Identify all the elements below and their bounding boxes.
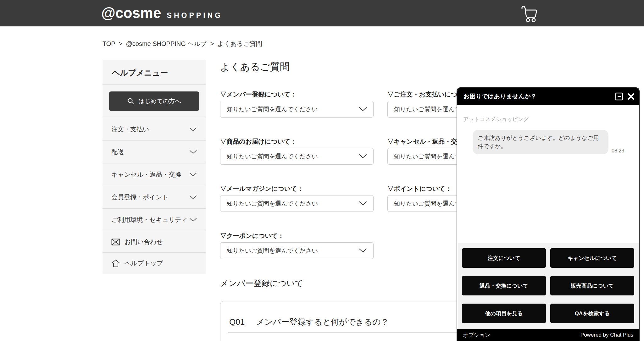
minimize-icon[interactable] [615,92,623,101]
faq-column-left: ▽メンバー登録について： 知りたいご質問を選んでください ▽商品のお届けについて… [220,90,374,279]
faq-group-mailmagazine: ▽メールマガジンについて： 知りたいご質問を選んでください [220,184,374,212]
chevron-down-icon [189,173,197,177]
faq-group-coupon: ▽クーポンについて： 知りたいご質問を選んでください [220,232,374,259]
chevron-down-icon [359,154,367,159]
chat-widget: お困りではありませんか？ アットコスメショッピング ご来訪ありがとうございます。… [457,87,640,341]
sidebar-item-order-payment[interactable]: 注文・支払い [103,118,206,141]
chat-button-return-exchange[interactable]: 返品・交換について [462,276,546,295]
search-icon [127,97,135,105]
faq-category-label: ▽商品のお届けについて： [220,137,374,146]
sidebar-item-label: ご利用環境・セキュリティ [111,216,188,224]
home-icon [111,259,120,267]
chat-header: お困りではありませんか？ [457,88,639,105]
chat-button-search-qa[interactable]: QAを検索する [550,304,634,323]
close-icon[interactable] [627,92,635,101]
sidebar-item-label: 会員登録・ポイント [111,193,169,201]
first-time-button-label: はじめての方へ [138,97,181,105]
site-logo[interactable]: @cosme SHOPPING [101,0,223,26]
first-time-button[interactable]: はじめての方へ [109,91,199,111]
logo-main-text: @cosme [101,6,161,20]
breadcrumb-current: よくあるご質問 [217,40,262,48]
chat-message-area: アットコスメショッピング ご来訪ありがとうございます。どのようなご用件ですか。 … [457,105,639,243]
logo-sub-text: SHOPPING [167,12,223,19]
faq-category-label: ▽メールマガジンについて： [220,184,374,193]
faq-select-value: 知りたいご質問を選んでください [227,200,318,208]
page: @cosme SHOPPING TOP > @cosme SHOPPING ヘル… [0,0,644,341]
sidebar-button-wrap: はじめての方へ [103,85,206,118]
chat-message-row: ご来訪ありがとうございます。どのようなご用件ですか。 08:23 [473,130,633,154]
breadcrumb-separator: > [210,40,214,47]
breadcrumb: TOP > @cosme SHOPPING ヘルプ > よくあるご質問 [103,40,262,48]
chevron-down-icon [359,248,367,253]
faq-group-member: ▽メンバー登録について： 知りたいご質問を選んでください [220,90,374,118]
faq-group-delivery: ▽商品のお届けについて： 知りたいご質問を選んでください [220,137,374,165]
chevron-down-icon [189,150,197,154]
top-header: @cosme SHOPPING [0,0,644,26]
cart-icon[interactable] [519,4,539,23]
sidebar-item-cancel-return[interactable]: キャンセル・返品・交換 [103,163,206,186]
chat-button-products[interactable]: 販売商品について [550,276,634,295]
faq-select-value: 知りたいご質問を選んでください [227,105,318,113]
chat-title: お困りではありませんか？ [464,92,611,101]
sidebar-item-help-top[interactable]: ヘルプトップ [103,253,206,274]
mail-icon [111,239,120,245]
sidebar-title: ヘルプメニュー [103,60,206,85]
sidebar-item-membership-points[interactable]: 会員登録・ポイント [103,186,206,209]
faq-question-text: メンバー登録すると何ができるの？ [256,316,389,327]
sidebar-item-label: 配送 [111,148,124,156]
chat-button-order[interactable]: 注文について [462,248,546,268]
chat-powered-by-link[interactable]: Powered by Chat Plus [580,332,633,338]
faq-category-label: ▽メンバー登録について： [220,90,374,98]
sidebar-item-contact[interactable]: お問い合わせ [103,231,206,253]
breadcrumb-link-top[interactable]: TOP [103,40,115,47]
faq-select-member[interactable]: 知りたいご質問を選んでください [220,101,374,118]
chevron-down-icon [189,195,197,200]
chevron-down-icon [359,201,367,206]
chat-message-timestamp: 08:23 [612,148,624,154]
page-title: よくあるご質問 [220,60,290,74]
chevron-down-icon [189,127,197,132]
sidebar-item-label: ヘルプトップ [125,259,163,267]
faq-select-delivery[interactable]: 知りたいご質問を選んでください [220,148,374,165]
sidebar-item-label: キャンセル・返品・交換 [111,170,181,179]
faq-question-number: Q01 [229,317,245,327]
faq-select-coupon[interactable]: 知りたいご質問を選んでください [220,242,374,259]
chat-message-bubble: ご来訪ありがとうございます。どのようなご用件ですか。 [473,130,608,154]
faq-select-value: 知りたいご質問を選んでください [227,247,318,255]
chat-footer: オプション Powered by Chat Plus [457,329,639,341]
chevron-down-icon [359,107,367,112]
sidebar-item-label: お問い合わせ [125,238,163,246]
breadcrumb-link-help[interactable]: @cosme SHOPPING ヘルプ [126,40,207,48]
chat-button-other-items[interactable]: 他の項目を見る [462,304,546,323]
faq-category-label: ▽クーポンについて： [220,232,374,240]
breadcrumb-separator: > [119,40,123,47]
section-heading: メンバー登録について [220,278,303,289]
sidebar-item-label: 注文・支払い [111,125,149,134]
sidebar-item-environment-security[interactable]: ご利用環境・セキュリティ [103,209,206,231]
faq-select-mailmagazine[interactable]: 知りたいご質問を選んでください [220,195,374,212]
chevron-down-icon [189,218,197,222]
chat-options-link[interactable]: オプション [463,332,490,339]
help-menu-sidebar: ヘルプメニュー はじめての方へ 注文・支払い 配送 [103,60,206,274]
sidebar-item-delivery[interactable]: 配送 [103,141,206,163]
chat-quick-reply-panel: 注文について キャンセルについて 返品・交換について 販売商品について 他の項目… [457,243,639,329]
faq-select-value: 知りたいご質問を選んでください [227,152,318,161]
chat-agent-name: アットコスメショッピング [463,116,633,123]
chat-button-cancel[interactable]: キャンセルについて [550,248,634,268]
